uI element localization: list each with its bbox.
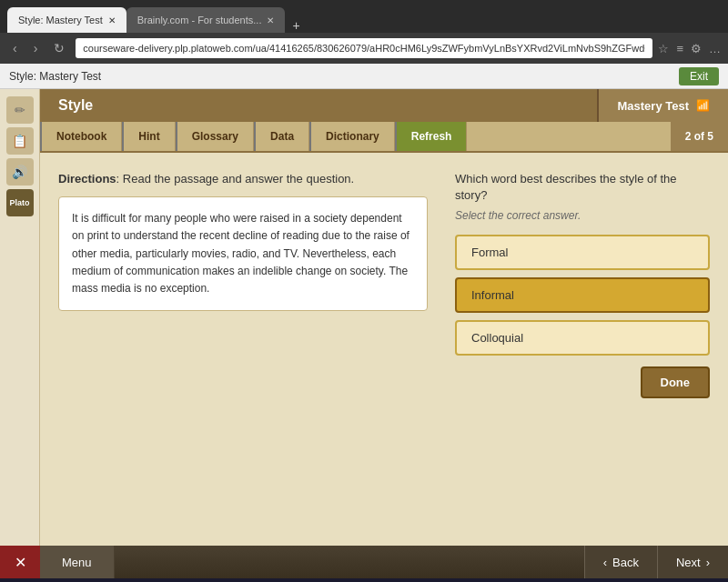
tab-label: Style: Mastery Test (18, 15, 103, 25)
toolbar-data-button[interactable]: Data (254, 122, 309, 151)
taskbar: e 📁 🔊 🌐 4:40 PM 3/28/2017 (0, 578, 728, 582)
back-button[interactable]: ‹ Back (584, 546, 657, 578)
toolbar: Notebook Hint Glossary Data Dictionary R… (40, 122, 728, 153)
browser-tabs: Style: Mastery Test ✕ Brainly.com - For … (7, 0, 308, 33)
next-arrow-icon: › (706, 556, 710, 569)
titlebar: Style: Mastery Test Exit (0, 64, 728, 89)
sidebar-pencil-icon[interactable]: ✏ (6, 96, 34, 124)
app-area: ✏ 📋 🔊 Plato Style Mastery Test 📶 Noteboo… (0, 89, 728, 546)
browser-toolbar-icons: ☆ ≡ ⚙ … (658, 42, 721, 55)
header-bar: Style Mastery Test 📶 (40, 89, 728, 122)
forward-nav-button[interactable]: › (28, 39, 44, 57)
sidebar: ✏ 📋 🔊 Plato (0, 89, 40, 546)
toolbar-dictionary-button[interactable]: Dictionary (309, 122, 395, 151)
menu-icon[interactable]: ≡ (676, 42, 683, 55)
page-count: 2 of 5 (671, 122, 728, 151)
back-arrow-icon: ‹ (603, 556, 607, 569)
directions-body: : Read the passage and answer the questi… (116, 172, 355, 186)
toolbar-hint-button[interactable]: Hint (122, 122, 175, 151)
back-label: Back (612, 556, 639, 569)
question-text: Which word best describes the style of t… (455, 171, 710, 204)
main-content: Directions: Read the passage and answer … (40, 153, 728, 546)
sidebar-notebook-icon[interactable]: 📋 (6, 127, 34, 155)
header-mastery-label: Mastery Test 📶 (597, 89, 728, 122)
sidebar-audio-icon[interactable]: 🔊 (6, 158, 34, 186)
sidebar-plato-icon[interactable]: Plato (6, 189, 34, 216)
active-tab[interactable]: Style: Mastery Test ✕ (7, 7, 126, 33)
browser-chrome: Style: Mastery Test ✕ Brainly.com - For … (0, 0, 728, 33)
next-label: Next (676, 556, 701, 569)
more-icon[interactable]: … (709, 42, 721, 55)
page-title: Style: Mastery Test (9, 70, 672, 83)
refresh-nav-button[interactable]: ↻ (48, 39, 70, 57)
next-button[interactable]: Next › (657, 546, 728, 578)
answer-informal-button[interactable]: Informal (455, 277, 710, 313)
settings-icon[interactable]: ⚙ (691, 42, 702, 55)
done-button[interactable]: Done (641, 366, 711, 398)
wifi-icon: 📶 (696, 99, 710, 112)
header-style-label: Style (40, 89, 597, 122)
inactive-tab-close-icon[interactable]: ✕ (267, 15, 274, 25)
back-nav-button[interactable]: ‹ (7, 39, 23, 57)
answer-formal-button[interactable]: Formal (455, 235, 710, 270)
answer-colloquial-button[interactable]: Colloquial (455, 320, 710, 356)
address-input[interactable] (76, 38, 652, 58)
bottom-spacer (115, 546, 584, 578)
passage-text: It is difficult for many people who were… (72, 212, 410, 295)
directions-label: Directions (58, 172, 116, 186)
left-panel: Directions: Read the passage and answer … (58, 171, 428, 537)
toolbar-notebook-button[interactable]: Notebook (40, 122, 122, 151)
address-bar: ‹ › ↻ ☆ ≡ ⚙ … (0, 33, 728, 64)
bottom-bar: ✕ Menu ‹ Back Next › (0, 546, 728, 578)
toolbar-glossary-button[interactable]: Glossary (176, 122, 254, 151)
inactive-tab[interactable]: Brainly.com - For students... ✕ (126, 7, 286, 33)
content-area: Style Mastery Test 📶 Notebook Hint Gloss… (40, 89, 728, 546)
select-instruction: Select the correct answer. (455, 209, 710, 222)
menu-button[interactable]: Menu (40, 546, 115, 578)
close-button[interactable]: ✕ (0, 546, 40, 578)
tab-close-icon[interactable]: ✕ (108, 15, 116, 25)
inactive-tab-label: Brainly.com - For students... (137, 15, 262, 25)
directions-text: Directions: Read the passage and answer … (58, 171, 428, 187)
new-tab-button[interactable]: + (285, 18, 307, 33)
passage-box: It is difficult for many people who were… (58, 196, 428, 311)
star-icon[interactable]: ☆ (658, 42, 669, 55)
toolbar-refresh-button[interactable]: Refresh (395, 122, 468, 151)
right-panel: Which word best describes the style of t… (455, 171, 710, 537)
exit-button[interactable]: Exit (679, 67, 719, 85)
